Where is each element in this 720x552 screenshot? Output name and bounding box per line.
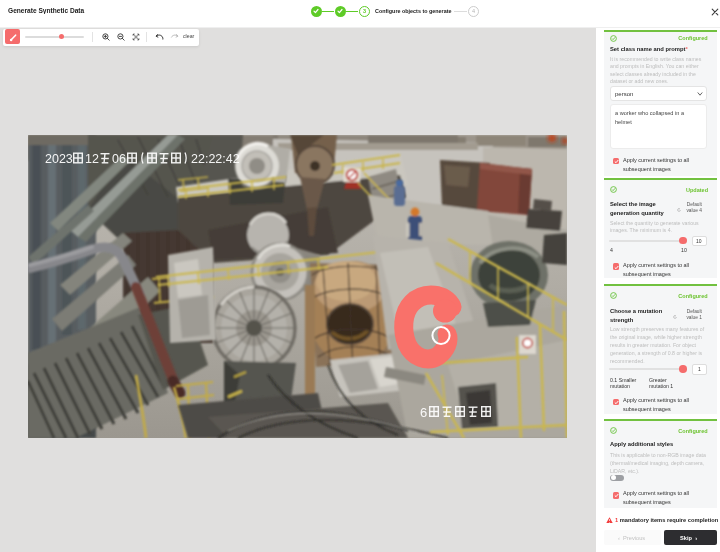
svg-text:22:22:42: 22:22:42 [191, 152, 240, 166]
svg-text:6: 6 [420, 405, 427, 420]
svg-text:2023: 2023 [45, 152, 73, 166]
svg-text:12: 12 [85, 152, 99, 166]
svg-text:06: 06 [112, 152, 126, 166]
